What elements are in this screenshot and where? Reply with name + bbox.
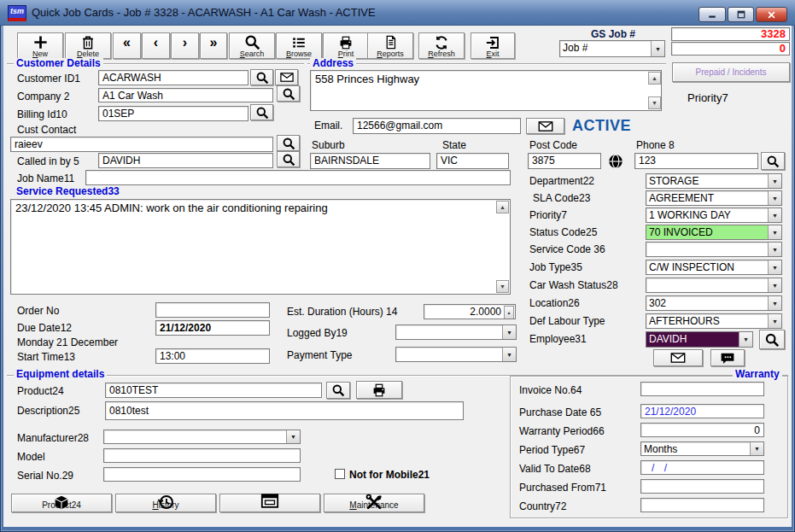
manufacturer-select[interactable]: ▼ xyxy=(103,430,301,444)
chevron-down-icon[interactable]: ▼ xyxy=(768,243,781,256)
chevron-down-icon[interactable]: ▼ xyxy=(768,174,781,188)
product-footer-button[interactable]: Product24 xyxy=(11,494,112,512)
chevron-down-icon[interactable]: ▼ xyxy=(651,41,664,56)
customer-email-button[interactable] xyxy=(275,69,298,85)
send-email-button[interactable] xyxy=(526,118,564,134)
phone-field[interactable]: 123 xyxy=(634,153,758,169)
exit-button[interactable]: Exit xyxy=(471,32,515,59)
job-number-field[interactable]: 3328 xyxy=(671,27,790,41)
address-textarea[interactable]: 558 Princes Highway xyxy=(310,70,662,111)
secondary-number-field[interactable]: 0 xyxy=(671,42,790,56)
chevron-down-icon[interactable]: ▼ xyxy=(768,225,781,239)
nav-first-button[interactable]: « xyxy=(113,32,141,59)
scroll-up-icon[interactable]: ▲ xyxy=(648,72,661,85)
billing-search-button[interactable] xyxy=(250,104,273,120)
history-button[interactable]: History xyxy=(115,494,216,512)
nav-prev-button[interactable]: ‹ xyxy=(142,32,170,59)
product-print-button[interactable] xyxy=(356,381,402,399)
customer-id-field[interactable]: ACARWASH xyxy=(98,70,248,85)
chevron-down-icon[interactable]: ▼ xyxy=(768,191,781,205)
close-button[interactable] xyxy=(756,7,787,22)
postcode-field[interactable]: 3875 xyxy=(528,153,601,169)
job-type-select[interactable]: C/W INSPECTION▼ xyxy=(646,260,782,275)
stepper-arrows[interactable]: ▲▼ xyxy=(504,306,514,318)
chevron-down-icon[interactable]: ▼ xyxy=(286,430,300,443)
product-field[interactable]: 0810TEST xyxy=(105,383,322,398)
delete-button[interactable]: Delete xyxy=(65,32,111,59)
chevron-down-icon[interactable]: ▼ xyxy=(502,325,516,339)
sla-code-select[interactable]: AGREEMENT▼ xyxy=(646,190,782,206)
valid-to-date-field[interactable]: / / xyxy=(640,460,764,475)
order-no-field[interactable] xyxy=(155,302,270,318)
called-in-by-field[interactable]: DAVIDH xyxy=(98,153,273,168)
company-field[interactable]: A1 Car Wash xyxy=(98,88,273,102)
status-code-select[interactable]: 70 INVOICED▼ xyxy=(646,225,782,240)
payment-type-select[interactable]: ▼ xyxy=(395,347,517,362)
chevron-down-icon[interactable]: ▼ xyxy=(750,442,763,455)
browse-button[interactable]: Browse xyxy=(276,32,322,59)
not-for-mobile-checkbox[interactable] xyxy=(335,469,345,479)
scroll-down-icon[interactable]: ▼ xyxy=(648,96,661,109)
scroll-down-icon[interactable]: ▼ xyxy=(496,280,509,293)
chevron-down-icon[interactable]: ▼ xyxy=(768,314,781,328)
new-button[interactable]: New xyxy=(17,32,63,59)
refresh-button[interactable]: Refresh xyxy=(418,32,465,59)
chevron-down-icon[interactable]: ▼ xyxy=(502,348,516,361)
chevron-down-icon[interactable]: ▼ xyxy=(739,332,752,347)
print-button[interactable]: Print xyxy=(323,32,369,59)
start-time-field[interactable]: 13:00 xyxy=(155,348,270,364)
chevron-down-icon[interactable]: ▼ xyxy=(768,208,781,222)
company-search-button[interactable] xyxy=(277,85,300,102)
dialog-button[interactable] xyxy=(219,494,320,512)
search-button[interactable]: Search xyxy=(229,32,275,59)
car-wash-status-select[interactable]: ▼ xyxy=(646,278,782,293)
nav-last-button[interactable]: » xyxy=(200,32,227,59)
due-date-field[interactable]: 21/12/2020 xyxy=(155,320,270,336)
model-field[interactable] xyxy=(103,448,301,463)
department-select[interactable]: STORAGE▼ xyxy=(646,173,782,189)
maintenance-button[interactable]: Maintenance xyxy=(324,494,424,512)
prepaid-incidents-button[interactable]: Prepaid / Incidents xyxy=(672,62,790,82)
duration-stepper[interactable]: 2.0000▲▼ xyxy=(424,304,516,319)
phone-search-button[interactable] xyxy=(761,152,785,170)
cust-contact-field[interactable]: raieev xyxy=(10,137,273,152)
invoice-no-field[interactable] xyxy=(640,382,764,396)
purchased-from-field[interactable] xyxy=(640,479,764,494)
employee-search-button[interactable] xyxy=(759,330,785,349)
period-type-select[interactable]: Months▼ xyxy=(640,441,764,456)
logged-by-select[interactable]: ▼ xyxy=(395,324,517,340)
service-requested-textarea[interactable]: 23/12/2020 13:45 ADMIN: work on the air … xyxy=(10,199,511,295)
country-field[interactable] xyxy=(640,498,764,512)
employee-select[interactable]: DAVIDH▼ xyxy=(646,331,753,348)
nav-next-button[interactable]: › xyxy=(171,32,199,59)
suburb-field[interactable]: BAIRNSDALE xyxy=(310,153,430,169)
warranty-period-field[interactable]: 0 xyxy=(640,423,764,437)
chevron-down-icon[interactable]: ▼ xyxy=(768,296,781,310)
serial-no-field[interactable] xyxy=(103,467,301,482)
priority-select[interactable]: 1 WORKING DAY▼ xyxy=(646,208,782,223)
billing-id-field[interactable]: 01SEP xyxy=(98,106,248,121)
minimize-button[interactable] xyxy=(699,7,726,22)
customer-id-search-button[interactable] xyxy=(250,69,273,85)
chevron-down-icon[interactable]: ▼ xyxy=(768,278,781,292)
employee-message-button[interactable] xyxy=(710,349,745,366)
employee-email-button[interactable] xyxy=(653,349,703,366)
chevron-down-icon[interactable]: ▼ xyxy=(768,260,781,274)
reports-button[interactable]: Reports xyxy=(367,32,413,59)
globe-icon[interactable] xyxy=(608,154,623,172)
product-search-button[interactable] xyxy=(326,382,350,399)
purchase-date-field[interactable]: 21/12/2020 xyxy=(640,404,764,418)
job-name-field[interactable] xyxy=(85,170,511,185)
step-up-icon[interactable]: ▲ xyxy=(504,306,514,319)
service-code-select[interactable]: ▼ xyxy=(646,242,782,257)
maximize-button[interactable] xyxy=(728,7,754,22)
location-select[interactable]: 302▼ xyxy=(646,295,782,311)
email-field[interactable]: 12566@gmail.com xyxy=(353,118,521,134)
def-labour-type-select[interactable]: AFTERHOURS▼ xyxy=(646,313,782,329)
called-in-search-button[interactable] xyxy=(277,151,300,167)
contact-search-button[interactable] xyxy=(277,135,300,151)
description-field[interactable]: 0810test xyxy=(105,401,464,420)
state-field[interactable]: VIC xyxy=(436,153,509,169)
job-selector[interactable]: Job # ▼ xyxy=(559,40,665,57)
scroll-up-icon[interactable]: ▲ xyxy=(496,201,509,213)
